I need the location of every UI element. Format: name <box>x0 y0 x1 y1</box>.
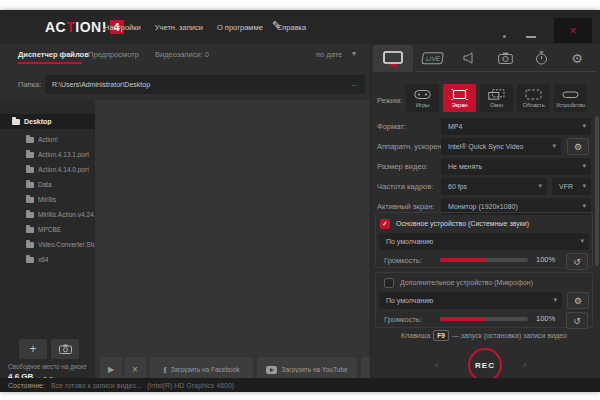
folder-icon <box>26 197 34 203</box>
active-screen-label: Активный экран: <box>377 202 434 211</box>
mode-label: Режим: <box>377 96 402 105</box>
recording-settings-panel: LIVE ⚙ Режим: <box>370 44 600 378</box>
hw-accel-dropdown[interactable]: Intel® Quick Sync Video ▾ <box>441 138 561 155</box>
mode-games-button[interactable]: Игры <box>406 84 439 112</box>
vfr-dropdown[interactable]: VFR ▾ <box>552 178 591 195</box>
tab-file-manager[interactable]: Диспетчер файлов <box>18 50 89 59</box>
speaker-icon <box>463 52 475 64</box>
rec-button[interactable]: REC <box>468 348 502 382</box>
chevron-down-icon: ▾ <box>538 178 542 194</box>
browse-button[interactable]: ... <box>351 75 358 93</box>
tree-item[interactable]: x64 <box>0 252 95 267</box>
minimize-button[interactable] <box>526 36 536 38</box>
sort-by-dropdown[interactable]: по дате <box>316 50 342 59</box>
folder-icon <box>26 212 34 218</box>
framerate-dropdown[interactable]: 60 fps ▾ <box>441 178 547 195</box>
volume-reset-button[interactable]: ↺ <box>566 312 588 329</box>
hw-accel-settings-button[interactable]: ⚙ <box>567 138 589 155</box>
folder-path-input[interactable]: R:\Users\Administrator\Desktop ... <box>45 75 365 94</box>
secondary-audio-group: Дополнительное устройство (Микрофон) По … <box>375 272 593 328</box>
folder-path-value: R:\Users\Administrator\Desktop <box>52 75 150 94</box>
video-size-label: Размер видео: <box>377 162 428 171</box>
reset-icon: ↺ <box>573 316 581 326</box>
monitor-icon <box>383 51 403 67</box>
menu-settings[interactable]: Настройки <box>104 23 141 32</box>
volume-slider[interactable] <box>440 258 528 262</box>
secondary-device-settings-button[interactable]: ⚙ <box>567 292 589 309</box>
screenshot-stage: ACTION! 4 Настройки Учетн. записи О прог… <box>0 0 600 400</box>
folder-icon <box>12 119 20 125</box>
folder-icon <box>26 257 34 263</box>
volume-slider-fill <box>440 317 486 321</box>
tab-screenshots[interactable] <box>490 44 520 72</box>
volume-value: 100% <box>536 314 555 323</box>
primary-device-label: Основное устройство (Системные звуки) <box>396 220 529 227</box>
pin-window-icon[interactable] <box>503 35 506 38</box>
tab-live-streaming[interactable]: LIVE <box>418 44 448 72</box>
mode-screen-button[interactable]: Экран <box>443 84 476 112</box>
status-message: Все готово к записи видео... <box>51 382 142 389</box>
scrollbar[interactable] <box>595 116 599 266</box>
tree-item[interactable]: MPCBE <box>0 222 95 237</box>
tree-item[interactable]: Data <box>0 177 95 192</box>
secondary-device-checkbox[interactable] <box>384 278 394 288</box>
chevron-down-icon[interactable]: ▾ <box>352 49 356 58</box>
video-size-dropdown[interactable]: Не менять ▾ <box>441 158 591 175</box>
camera-icon <box>59 344 72 354</box>
chevron-down-icon: ▾ <box>580 233 584 249</box>
volume-slider[interactable] <box>440 317 528 321</box>
tree-item[interactable]: Mirillis <box>0 192 95 207</box>
menu-help[interactable]: Справка <box>277 23 306 32</box>
tab-video-recording[interactable] <box>373 45 413 72</box>
photo-camera-icon <box>498 52 513 64</box>
pen-tool-icon[interactable]: ✎ <box>272 19 281 32</box>
screen-icon <box>451 89 468 100</box>
framerate-label: Частота кадров: <box>377 182 433 191</box>
play-icon: ▶ <box>108 365 114 374</box>
live-icon: LIVE <box>420 52 446 65</box>
primary-device-checkbox[interactable]: ✓ <box>380 219 390 229</box>
mode-area-button[interactable]: Область <box>517 84 550 112</box>
folder-tree-panel: Desktop Action! Action.4.13.1.port Actio… <box>0 100 95 378</box>
tab-preview[interactable]: Предпросмотр <box>88 50 139 59</box>
title-bar: ACTION! 4 Настройки Учетн. записи О прог… <box>0 10 600 44</box>
volume-label: Громкость: <box>384 315 422 324</box>
settings-tab-gear-icon[interactable]: ⚙ <box>562 44 592 72</box>
next-arrow-icon[interactable]: › <box>523 359 526 370</box>
hotkey-hint: КлавишаF9— запуск (остановка) записи вид… <box>371 330 597 341</box>
status-label: Состояние: <box>8 382 45 389</box>
prev-arrow-icon[interactable]: ‹ <box>435 359 438 370</box>
folder-icon <box>26 242 34 248</box>
close-button[interactable]: × <box>554 18 592 43</box>
tree-item[interactable]: Video.Converter.Stu... <box>0 237 95 252</box>
folder-label: Папка: <box>18 80 41 89</box>
primary-device-dropdown[interactable]: По умолчанию ▾ <box>379 233 589 250</box>
menu-accounts[interactable]: Учетн. записи <box>155 23 203 32</box>
tree-item[interactable]: Action! <box>0 132 95 147</box>
screenshot-folder-button[interactable] <box>51 339 79 359</box>
window-icon <box>488 89 505 100</box>
chevron-down-icon: ▾ <box>553 292 557 308</box>
folder-icon <box>26 137 34 143</box>
mode-device-button[interactable]: Устройство <box>554 84 587 112</box>
recordings-count: Видеозаписи: 0 <box>155 50 209 59</box>
tab-benchmark[interactable] <box>526 44 556 72</box>
secondary-device-dropdown[interactable]: По умолчанию ▾ <box>379 292 562 309</box>
tree-item-desktop[interactable]: Desktop <box>0 114 95 129</box>
tree-item[interactable]: Mirillis.Action.v4.24... <box>0 207 95 222</box>
volume-label: Громкость: <box>384 256 422 265</box>
add-folder-button[interactable]: + <box>19 339 47 359</box>
hotkey-key-badge: F9 <box>433 330 449 341</box>
tree-item[interactable]: Action.4.14.0.port <box>0 162 95 177</box>
format-dropdown[interactable]: MP4 ▾ <box>441 118 591 135</box>
action-app-window: ACTION! 4 Настройки Учетн. записи О прог… <box>0 10 600 392</box>
tree-item[interactable]: Action.4.13.1.port <box>0 147 95 162</box>
status-bar: Состояние: Все готово к записи видео... … <box>0 378 600 392</box>
volume-reset-button[interactable]: ↺ <box>566 253 588 270</box>
mode-window-button[interactable]: Окно <box>480 84 513 112</box>
recordings-list-area: ▶ × f Загрузить на Facebook Загрузить на… <box>95 100 370 378</box>
tab-audio-recording[interactable] <box>454 44 484 72</box>
logo-text-accent: T <box>66 19 75 35</box>
menu-about[interactable]: О программе <box>217 23 263 32</box>
delete-icon: × <box>132 364 138 375</box>
